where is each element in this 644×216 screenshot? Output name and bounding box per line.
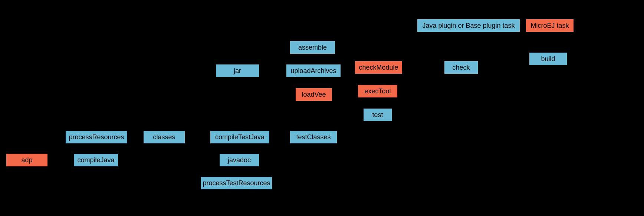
- node-testClasses-label: testClasses: [296, 133, 331, 141]
- node-execTool: execTool: [357, 84, 398, 98]
- node-checkModule: checkModule: [354, 60, 403, 74]
- legend-microej: MicroEJ task: [525, 19, 574, 33]
- node-checkModule-label: checkModule: [359, 64, 398, 72]
- node-loadVee: loadVee: [295, 87, 333, 102]
- node-compileTestJava: compileTestJava: [210, 130, 270, 144]
- node-javadoc-label: javadoc: [228, 156, 251, 164]
- node-assemble: assemble: [289, 40, 336, 54]
- node-compileJava-label: compileJava: [77, 156, 114, 164]
- legend-java-base: Java plugin or Base plugin task: [417, 19, 520, 33]
- node-uploadArchives-label: uploadArchives: [290, 67, 336, 75]
- node-javadoc: javadoc: [219, 153, 260, 167]
- node-uploadArchives: uploadArchives: [286, 64, 341, 78]
- node-test: test: [363, 108, 392, 122]
- node-build: build: [529, 52, 568, 66]
- node-execTool-label: execTool: [364, 87, 391, 95]
- node-loadVee-label: loadVee: [302, 91, 326, 99]
- node-adp-label: adp: [21, 156, 32, 164]
- legend-microej-label: MicroEJ task: [530, 22, 569, 30]
- node-jar: jar: [215, 64, 260, 78]
- node-processTestResources: processTestResources: [200, 176, 273, 190]
- legend-java-base-label: Java plugin or Base plugin task: [422, 22, 515, 30]
- node-jar-label: jar: [234, 67, 241, 75]
- node-processResources-label: processResources: [69, 133, 124, 141]
- node-classes: classes: [143, 130, 185, 144]
- node-assemble-label: assemble: [298, 44, 327, 51]
- node-testClasses: testClasses: [289, 130, 338, 144]
- node-compileTestJava-label: compileTestJava: [215, 133, 264, 141]
- node-check: check: [444, 60, 479, 74]
- node-compileJava: compileJava: [73, 153, 119, 167]
- node-processResources: processResources: [65, 130, 128, 144]
- node-classes-label: classes: [153, 133, 175, 141]
- node-test-label: test: [372, 111, 383, 119]
- node-processTestResources-label: processTestResources: [203, 179, 270, 187]
- node-check-label: check: [452, 64, 470, 72]
- node-build-label: build: [541, 55, 555, 63]
- node-adp: adp: [6, 153, 48, 167]
